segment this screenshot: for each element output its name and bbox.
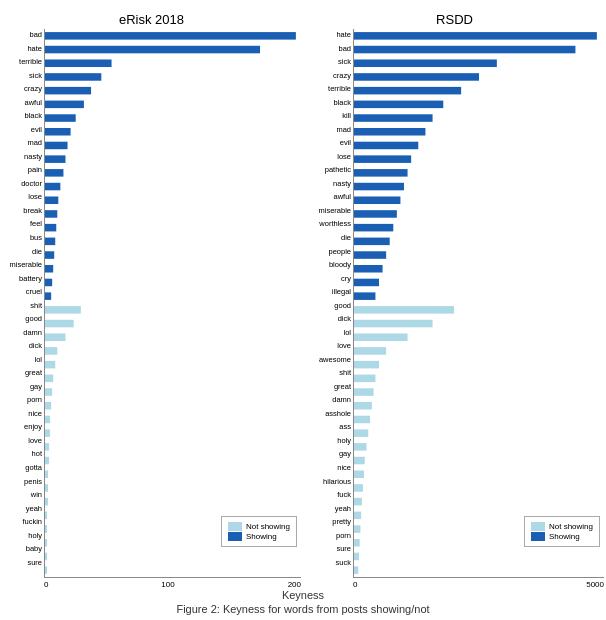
y-label: nice — [337, 463, 351, 472]
y-label: evil — [340, 138, 351, 147]
svg-rect-13 — [45, 210, 57, 218]
y-label: terrible — [328, 84, 351, 93]
y-label: hilarious — [323, 477, 351, 486]
legend-not-showing: Not showing — [228, 522, 290, 531]
y-label: nasty — [333, 179, 351, 188]
svg-rect-79 — [354, 566, 358, 574]
y-label: love — [28, 436, 42, 445]
svg-rect-63 — [354, 347, 386, 355]
y-label: cry — [341, 274, 351, 283]
svg-rect-40 — [354, 32, 597, 40]
y-label: baby — [26, 544, 42, 553]
figure-caption: Figure 2: Keyness for words from posts s… — [166, 603, 439, 615]
chart2-x-axis: 0 5000 — [353, 578, 604, 589]
svg-rect-29 — [45, 429, 50, 437]
y-label: love — [337, 341, 351, 350]
y-label: great — [25, 368, 42, 377]
y-label: lol — [343, 328, 351, 337]
chart1-x-axis: 0 100 200 — [44, 578, 301, 589]
y-label: feel — [30, 219, 42, 228]
y-label: dick — [29, 341, 42, 350]
chart2-panel: RSDD hate bad sick crazy terrible black … — [303, 10, 606, 589]
svg-rect-12 — [45, 196, 58, 204]
svg-rect-17 — [45, 265, 53, 273]
y-label: nice — [28, 409, 42, 418]
legend-showing: Showing — [531, 532, 593, 541]
svg-rect-62 — [354, 333, 408, 341]
svg-rect-58 — [354, 279, 379, 287]
y-label: crazy — [333, 71, 351, 80]
y-label: sick — [29, 71, 42, 80]
svg-rect-64 — [354, 361, 379, 369]
y-label: pretty — [332, 517, 351, 526]
svg-rect-46 — [354, 114, 433, 122]
y-label: break — [23, 206, 42, 215]
y-label: yeah — [335, 504, 351, 513]
svg-rect-33 — [45, 484, 48, 492]
svg-rect-59 — [354, 292, 375, 300]
svg-rect-26 — [45, 388, 52, 396]
y-label: yeah — [26, 504, 42, 513]
svg-rect-24 — [45, 361, 55, 369]
svg-rect-36 — [45, 525, 47, 533]
svg-rect-32 — [45, 470, 48, 478]
svg-rect-22 — [45, 333, 65, 341]
svg-rect-51 — [354, 183, 404, 191]
svg-rect-47 — [354, 128, 425, 136]
y-label: nasty — [24, 152, 42, 161]
y-label: sure — [27, 558, 42, 567]
svg-rect-10 — [45, 169, 63, 177]
y-label: lol — [34, 355, 42, 364]
svg-rect-19 — [45, 292, 51, 300]
svg-rect-4 — [45, 87, 91, 95]
y-label: shit — [339, 368, 351, 377]
y-label: battery — [19, 274, 42, 283]
x-axis-title: Keyness — [282, 589, 324, 601]
svg-rect-16 — [45, 251, 54, 259]
svg-rect-2 — [45, 59, 112, 67]
svg-rect-53 — [354, 210, 397, 218]
legend-not-showing-color — [228, 522, 242, 531]
y-label: dick — [338, 314, 351, 323]
svg-rect-43 — [354, 73, 479, 81]
svg-rect-44 — [354, 87, 461, 95]
y-label: great — [334, 382, 351, 391]
y-label: ass — [339, 422, 351, 431]
svg-rect-60 — [354, 306, 454, 314]
svg-rect-78 — [354, 553, 359, 561]
y-label: pathetic — [325, 165, 351, 174]
svg-rect-61 — [354, 320, 433, 328]
y-label: damn — [332, 395, 351, 404]
chart2-legend: Not showing Showing — [524, 516, 600, 547]
y-label: kill — [342, 111, 351, 120]
svg-rect-50 — [354, 169, 408, 177]
y-label: penis — [24, 477, 42, 486]
svg-rect-34 — [45, 498, 48, 506]
y-label: bad — [29, 30, 42, 39]
y-label: die — [341, 233, 351, 242]
y-label: fuckin — [22, 517, 42, 526]
svg-rect-8 — [45, 142, 68, 150]
x-tick: 100 — [161, 580, 174, 589]
chart1-y-labels: bad hate terrible sick crazy awful black… — [2, 29, 44, 589]
y-label: shit — [30, 301, 42, 310]
svg-rect-6 — [45, 114, 76, 122]
svg-rect-70 — [354, 443, 367, 451]
svg-rect-41 — [354, 46, 575, 54]
svg-rect-18 — [45, 279, 52, 287]
y-label: sure — [336, 544, 351, 553]
x-tick: 0 — [353, 580, 357, 589]
y-label: illegal — [332, 287, 351, 296]
svg-rect-73 — [354, 484, 363, 492]
svg-rect-52 — [354, 196, 400, 204]
y-label: lose — [337, 152, 351, 161]
legend-showing-color — [228, 532, 242, 541]
svg-rect-69 — [354, 429, 368, 437]
legend-not-showing-label: Not showing — [549, 522, 593, 531]
svg-rect-21 — [45, 320, 74, 328]
svg-rect-30 — [45, 443, 49, 451]
svg-rect-35 — [45, 512, 47, 520]
chart1-bars: Not showing Showing — [44, 29, 301, 578]
y-label: lose — [28, 192, 42, 201]
chart2-y-labels: hate bad sick crazy terrible black kill … — [305, 29, 353, 589]
